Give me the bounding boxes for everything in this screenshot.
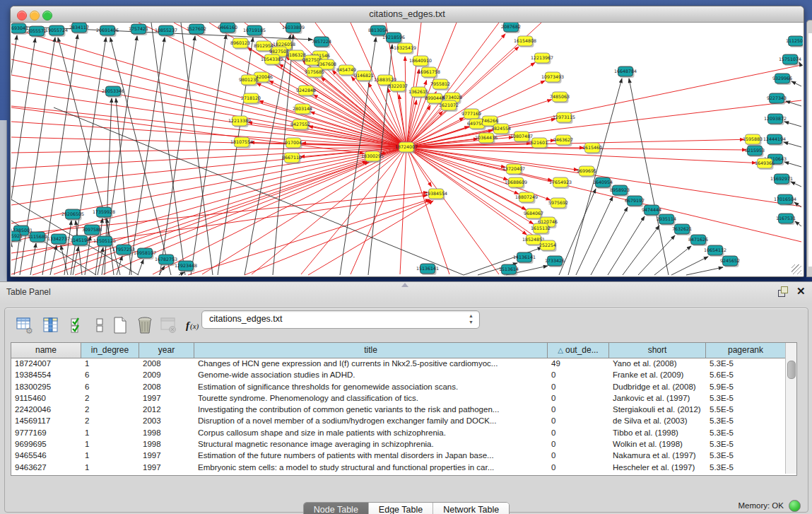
table-cell[interactable]: 1 xyxy=(81,439,139,450)
table-cell[interactable]: 2 xyxy=(81,416,139,427)
table-cell[interactable]: 0 xyxy=(548,382,609,393)
float-panel-icon[interactable] xyxy=(778,286,789,297)
table-cell[interactable]: Corpus callosum shape and size in male p… xyxy=(194,428,548,439)
table-cell[interactable]: 6 xyxy=(81,382,139,393)
table-cell[interactable]: Estimation of the future numbers of pati… xyxy=(194,450,548,462)
table-cell[interactable]: 49 xyxy=(548,358,609,370)
table-row[interactable]: 911546021997Tourette syndrome. Phenomeno… xyxy=(11,393,786,404)
table-row[interactable]: 946362711997Embryonic stem cells: a mode… xyxy=(11,462,786,474)
table-cell[interactable]: 1998 xyxy=(139,439,194,450)
table-cell[interactable]: 5.9E-5 xyxy=(706,382,786,393)
network-view-window[interactable]: citations_edges.txt 18724007169304120555… xyxy=(10,6,804,277)
table-cell[interactable]: de Silva et al. (2003) xyxy=(609,416,706,427)
table-columns-icon[interactable] xyxy=(41,315,61,335)
table-cell[interactable]: Franke et al. (2009) xyxy=(609,370,706,381)
table-cell[interactable]: 0 xyxy=(548,450,609,462)
table-cell[interactable]: Estimation of significance thresholds fo… xyxy=(194,382,548,393)
table-cell[interactable]: 1998 xyxy=(139,428,194,439)
table-cell[interactable]: 9465546 xyxy=(11,450,81,462)
column-header-in_degree[interactable]: in_degree xyxy=(81,343,139,358)
window-titlebar[interactable]: citations_edges.txt xyxy=(11,6,804,23)
table-cell[interactable]: 1997 xyxy=(139,450,194,462)
table-cell[interactable]: 2003 xyxy=(139,416,194,427)
table-cell[interactable]: Genome-wide association studies in ADHD. xyxy=(194,370,548,381)
table-cell[interactable]: 2009 xyxy=(139,370,194,381)
table-cell[interactable]: 19384554 xyxy=(11,370,81,381)
table-cell[interactable]: 22420046 xyxy=(11,404,81,416)
table-row[interactable]: 1456911722003Disruption of a novel membe… xyxy=(11,416,786,427)
table-cell[interactable]: Tourette syndrome. Phenomenology and cla… xyxy=(194,393,548,404)
table-cell[interactable]: Wolkin et al. (1998) xyxy=(609,439,706,450)
table-cell[interactable]: 9463627 xyxy=(11,462,81,474)
network-canvas[interactable]: 1872400716930412055572190557242834117206… xyxy=(11,23,803,276)
table-cell[interactable]: 18724007 xyxy=(11,358,81,370)
table-cell[interactable]: 9777169 xyxy=(11,428,81,439)
table-cell[interactable]: 1997 xyxy=(139,462,194,474)
table-cell[interactable]: 5.3E-5 xyxy=(706,393,786,404)
scrollbar-thumb[interactable] xyxy=(787,361,796,379)
table-cell[interactable]: 1 xyxy=(81,428,139,439)
table-cell[interactable]: 5.3E-5 xyxy=(706,358,786,370)
node-table[interactable]: namein_degreeyeartitle△out_de...shortpag… xyxy=(11,342,797,476)
table-cell[interactable]: 2012 xyxy=(139,404,194,416)
column-header-title[interactable]: title xyxy=(194,343,548,358)
table-cell[interactable]: 0 xyxy=(548,439,609,450)
table-cell[interactable]: Tibbo et al. (1998) xyxy=(609,428,706,439)
table-cell[interactable]: 1 xyxy=(81,462,139,474)
table-cell[interactable]: 18300295 xyxy=(11,382,81,393)
new-table-icon[interactable] xyxy=(110,315,130,335)
table-cell[interactable]: 14569117 xyxy=(11,416,81,427)
table-cell[interactable]: 0 xyxy=(548,393,609,404)
window-resize-grip[interactable] xyxy=(792,264,801,274)
table-cell[interactable]: 0 xyxy=(548,370,609,381)
table-row[interactable]: 1872400712008Changes of HCN gene express… xyxy=(11,358,786,370)
table-cell[interactable]: Stergiakouli et al. (2012) xyxy=(609,404,706,416)
table-cell[interactable]: Investigating the contribution of common… xyxy=(194,404,548,416)
table-row[interactable]: 946554611997Estimation of the future num… xyxy=(11,450,786,462)
table-cell[interactable]: 5.3E-5 xyxy=(706,450,786,462)
table-cell[interactable]: Nakamura et al. (1997) xyxy=(609,450,706,462)
table-cell[interactable]: 9699695 xyxy=(11,439,81,450)
table-cell[interactable]: 5.3E-5 xyxy=(706,416,786,427)
table-cell[interactable]: Jankovic et al. (1997) xyxy=(609,393,706,404)
table-cell[interactable]: 5.5E-5 xyxy=(706,404,786,416)
table-cell[interactable]: Hescheler et al. (1997) xyxy=(609,462,706,474)
table-settings-icon[interactable]: ⚙ xyxy=(15,315,35,335)
table-cell[interactable]: 0 xyxy=(548,428,609,439)
table-cell[interactable]: 0 xyxy=(548,416,609,427)
table-cell[interactable]: 5.6E-5 xyxy=(706,370,786,381)
table-cell[interactable]: 1 xyxy=(81,450,139,462)
table-cell[interactable]: 6 xyxy=(81,370,139,381)
table-cell[interactable]: 1997 xyxy=(139,393,194,404)
table-row[interactable]: 977716911998Corpus callosum shape and si… xyxy=(11,428,786,439)
vertical-scrollbar[interactable] xyxy=(785,343,796,474)
table-selector-dropdown[interactable]: citations_edges.txt ▲▼ xyxy=(201,310,480,329)
table-cell[interactable]: 5.3E-5 xyxy=(706,462,786,474)
table-cell[interactable]: 2008 xyxy=(139,358,194,370)
table-row[interactable]: 969969511998Structural magnetic resonanc… xyxy=(11,439,786,450)
table-cell[interactable]: Dudbridge et al. (2008) xyxy=(609,382,706,393)
table-cell[interactable]: Disruption of a novel member of a sodium… xyxy=(194,416,548,427)
table-cell[interactable]: Embryonic stem cells: a model to study s… xyxy=(194,462,548,474)
table-cell[interactable]: 2 xyxy=(81,393,139,404)
table-cell[interactable]: Changes of HCN gene expression and I(f) … xyxy=(194,358,548,370)
table-cell[interactable]: 0 xyxy=(548,462,609,474)
row-height-icon[interactable] xyxy=(90,315,110,335)
table-cell[interactable]: 2 xyxy=(81,404,139,416)
splitter-handle-icon[interactable] xyxy=(401,283,408,287)
column-header-year[interactable]: year xyxy=(139,343,194,358)
table-cell[interactable]: 9115460 xyxy=(11,393,81,404)
table-row[interactable]: 1830029562008Estimation of significance … xyxy=(11,382,786,393)
table-cell[interactable]: Structural magnetic resonance image aver… xyxy=(194,439,548,450)
column-header-name[interactable]: name xyxy=(11,343,81,358)
table-row[interactable]: 2242004622012Investigating the contribut… xyxy=(11,404,786,416)
table-cell[interactable]: 5.3E-5 xyxy=(706,428,786,439)
column-header-out_de[interactable]: △out_de... xyxy=(548,343,609,358)
table-cell[interactable]: 0 xyxy=(548,404,609,416)
table-row[interactable]: 1938455462009Genome-wide association stu… xyxy=(11,370,786,381)
close-panel-icon[interactable]: ✕ xyxy=(796,285,806,298)
citation-graph[interactable]: 1872400716930412055572190557242834117206… xyxy=(11,23,803,276)
select-rows-icon[interactable] xyxy=(67,315,87,335)
column-header-pagerank[interactable]: pagerank xyxy=(706,343,786,358)
delete-table-icon[interactable] xyxy=(159,315,179,335)
